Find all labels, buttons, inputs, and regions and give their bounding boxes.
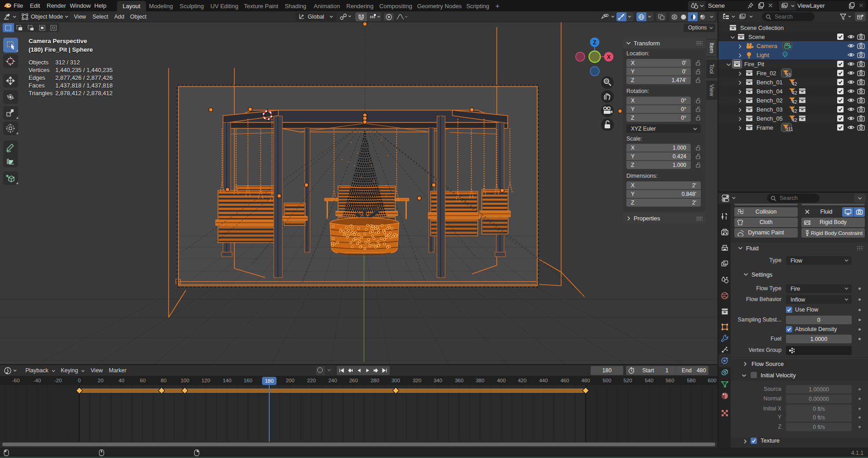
svg-text:100: 100: [180, 378, 189, 383]
svg-text:500: 500: [602, 378, 611, 383]
svg-text:360: 360: [455, 378, 463, 383]
svg-text:240: 240: [328, 378, 337, 383]
svg-text:580: 580: [687, 378, 695, 383]
svg-text:540: 540: [645, 378, 653, 383]
svg-text:380: 380: [475, 378, 484, 383]
svg-text:420: 420: [518, 378, 526, 383]
svg-text:80: 80: [161, 378, 167, 383]
svg-text:600: 600: [708, 378, 716, 383]
svg-text:480: 480: [581, 378, 590, 383]
svg-text:Z: Z: [593, 39, 596, 46]
svg-text:320: 320: [412, 378, 421, 383]
svg-text:20: 20: [98, 378, 104, 383]
svg-text:160: 160: [243, 378, 252, 383]
svg-text:140: 140: [223, 378, 231, 383]
svg-text:400: 400: [497, 378, 505, 383]
svg-text:200: 200: [286, 378, 294, 383]
svg-text:120: 120: [201, 378, 210, 383]
svg-text:-40: -40: [34, 378, 41, 383]
svg-text:520: 520: [623, 378, 632, 383]
svg-text:60: 60: [140, 378, 146, 383]
svg-text:X: X: [607, 54, 611, 60]
svg-text:-20: -20: [54, 378, 62, 383]
svg-text:300: 300: [391, 378, 400, 383]
svg-text:440: 440: [539, 378, 548, 383]
svg-text:260: 260: [349, 378, 358, 383]
svg-text:40: 40: [119, 378, 125, 383]
svg-text:460: 460: [560, 378, 569, 383]
svg-text:220: 220: [307, 378, 315, 383]
svg-text:-60: -60: [12, 378, 20, 383]
svg-text:0: 0: [78, 378, 81, 383]
svg-text:280: 280: [370, 378, 379, 383]
svg-text:340: 340: [433, 378, 442, 383]
svg-text:560: 560: [665, 378, 674, 383]
